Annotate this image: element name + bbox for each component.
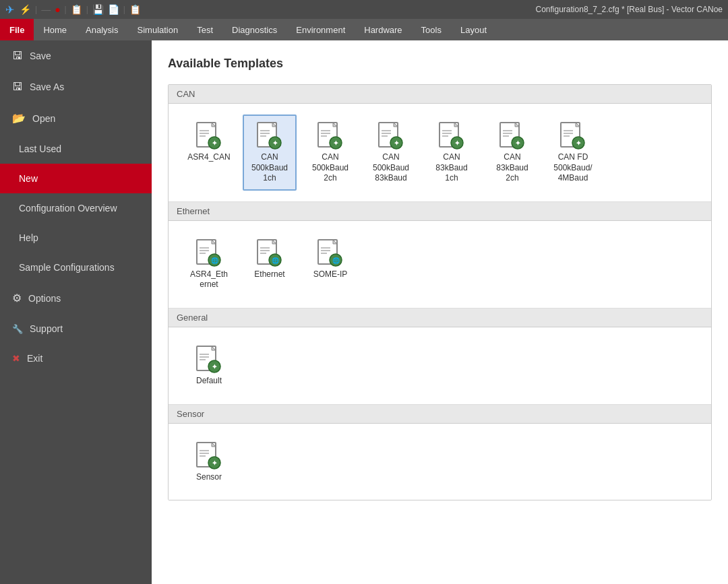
template-icon-sensor: ✦ xyxy=(195,441,222,468)
content-area: Available Templates CAN ✦ xyxy=(152,40,728,584)
sidebar-item-new[interactable]: New xyxy=(0,164,152,193)
svg-text:🌐: 🌐 xyxy=(211,257,219,265)
dash-icon: — xyxy=(41,4,51,15)
section-general-body: ✦ Default xyxy=(169,327,711,405)
flash-icon[interactable]: ⚡ xyxy=(20,4,31,15)
sidebar-label-open: Open xyxy=(32,113,55,124)
template-label-ethernet: Ethernet xyxy=(254,269,284,280)
sidebar-item-help[interactable]: Help xyxy=(0,223,152,253)
svg-text:✦: ✦ xyxy=(515,139,521,147)
template-can-500k-2ch[interactable]: ✦ CAN 500kBaud 2ch xyxy=(303,115,357,191)
sidebar-item-configuration-overview[interactable]: Configuration Overview xyxy=(0,193,152,223)
menu-environment[interactable]: Environment xyxy=(286,19,355,40)
support-icon: 🔧 xyxy=(12,324,23,334)
copy-icon[interactable]: 📋 xyxy=(71,4,82,15)
svg-text:✦: ✦ xyxy=(212,139,218,147)
svg-text:✦: ✦ xyxy=(212,363,218,370)
svg-text:✦: ✦ xyxy=(394,139,400,147)
content-title: Available Templates xyxy=(168,57,712,71)
template-label-can-500k-2ch: CAN 500kBaud 2ch xyxy=(307,152,353,184)
template-icon-can-500k-2ch: ✦ xyxy=(317,121,344,148)
main-layout: 🖫 Save 🖫 Save As 📂 Open Last Used New Co… xyxy=(0,40,728,584)
save-icon[interactable]: 💾 xyxy=(92,4,104,15)
sidebar-item-save[interactable]: 🖫 Save xyxy=(0,40,152,71)
template-some-ip[interactable]: 🌐 SOME-IP xyxy=(303,232,357,297)
clipboard-icon[interactable]: 📋 xyxy=(129,4,141,15)
template-icon-can-500k-83k: ✦ xyxy=(377,121,404,148)
template-label-can-500k-83k: CAN 500kBaud 83kBaud xyxy=(368,152,414,184)
svg-text:✦: ✦ xyxy=(272,139,278,147)
toolbar-icons: ⚡ | — ● | 📋 | 💾 📄 | 📋 xyxy=(20,4,141,15)
menu-layout[interactable]: Layout xyxy=(451,19,496,40)
template-label-some-ip: SOME-IP xyxy=(313,269,348,280)
template-label-asr4-ethernet: ASR4_Eth ernet xyxy=(186,269,232,290)
sidebar-item-options[interactable]: ⚙ Options xyxy=(0,282,152,314)
template-label-can-500k-1ch: CAN 500kBaud 1ch xyxy=(247,152,293,184)
window-title: Configuration8_7_2.cfg * [Real Bus] - Ve… xyxy=(536,5,723,14)
title-bar-left: ✈ ⚡ | — ● | 📋 | 💾 📄 | 📋 xyxy=(5,3,141,16)
template-icon-can-83k-1ch: ✦ xyxy=(438,121,465,148)
section-ethernet-header: Ethernet xyxy=(169,202,711,221)
menu-file[interactable]: File xyxy=(0,19,34,40)
template-icon-default: ✦ xyxy=(195,345,222,372)
templates-container: CAN ✦ ASR4_CAN xyxy=(168,84,712,500)
template-label-can-83k-1ch: CAN 83kBaud 1ch xyxy=(429,152,475,184)
menu-bar: File Home Analysis Simulation Test Diagn… xyxy=(0,19,728,40)
circle-icon[interactable]: ● xyxy=(55,4,60,15)
save2-icon[interactable]: 📄 xyxy=(108,4,119,15)
sidebar-label-save-as: Save As xyxy=(30,82,64,92)
template-icon-can-83k-2ch: ✦ xyxy=(499,121,526,148)
sidebar-item-open[interactable]: 📂 Open xyxy=(0,102,152,134)
template-label-can-83k-2ch: CAN 83kBaud 2ch xyxy=(489,152,535,184)
sidebar-label-new: New xyxy=(19,173,38,184)
sidebar-item-exit[interactable]: ✖ Exit xyxy=(0,344,152,373)
template-can-fd-500k[interactable]: ✦ CAN FD 500kBaud/ 4MBaud xyxy=(546,115,600,191)
template-can-83k-2ch[interactable]: ✦ CAN 83kBaud 2ch xyxy=(485,115,539,191)
svg-text:✦: ✦ xyxy=(333,139,339,147)
sidebar-item-support[interactable]: 🔧 Support xyxy=(0,314,152,344)
save-icon: 🖫 xyxy=(12,50,23,62)
open-icon: 📂 xyxy=(12,112,26,125)
template-can-83k-1ch[interactable]: ✦ CAN 83kBaud 1ch xyxy=(425,115,479,191)
section-general-header: General xyxy=(169,309,711,327)
svg-text:✦: ✦ xyxy=(454,139,460,147)
template-label-default: Default xyxy=(196,376,222,387)
save-as-icon: 🖫 xyxy=(12,81,23,93)
sidebar-label-last-used: Last Used xyxy=(19,143,61,154)
template-sensor[interactable]: ✦ Sensor xyxy=(182,434,236,490)
sidebar-item-save-as[interactable]: 🖫 Save As xyxy=(0,71,152,102)
template-default[interactable]: ✦ Default xyxy=(182,338,236,393)
svg-text:✦: ✦ xyxy=(576,139,582,147)
template-asr4-can[interactable]: ✦ ASR4_CAN xyxy=(182,115,236,191)
exit-icon: ✖ xyxy=(12,353,20,364)
menu-analysis[interactable]: Analysis xyxy=(76,19,127,40)
template-label-asr4-can: ASR4_CAN xyxy=(187,152,230,163)
template-icon-can-500k-1ch: ✦ xyxy=(256,121,283,148)
template-icon-asr4-ethernet: 🌐 xyxy=(195,238,222,265)
menu-simulation[interactable]: Simulation xyxy=(128,19,188,40)
template-can-500k-1ch[interactable]: ✦ CAN 500kBaud 1ch xyxy=(243,115,297,191)
template-icon-ethernet: 🌐 xyxy=(256,238,283,265)
template-ethernet[interactable]: 🌐 Ethernet xyxy=(243,232,297,297)
sidebar-item-last-used[interactable]: Last Used xyxy=(0,134,152,164)
sidebar-label-sample-configurations: Sample Configurations xyxy=(19,262,115,273)
menu-hardware[interactable]: Hardware xyxy=(355,19,411,40)
sidebar-label-configuration-overview: Configuration Overview xyxy=(19,203,117,214)
menu-tools[interactable]: Tools xyxy=(412,19,451,40)
options-icon: ⚙ xyxy=(12,292,22,304)
menu-test[interactable]: Test xyxy=(187,19,222,40)
template-icon-can-fd-500k: ✦ xyxy=(559,121,586,148)
template-asr4-ethernet[interactable]: 🌐 ASR4_Eth ernet xyxy=(182,232,236,297)
sidebar-label-save: Save xyxy=(30,51,51,61)
sidebar-item-sample-configurations[interactable]: Sample Configurations xyxy=(0,253,152,282)
template-can-500k-83k[interactable]: ✦ CAN 500kBaud 83kBaud xyxy=(364,115,418,191)
template-icon-some-ip: 🌐 xyxy=(317,238,344,265)
sidebar-label-help: Help xyxy=(19,232,38,243)
sidebar-label-support: Support xyxy=(30,323,63,334)
svg-text:✦: ✦ xyxy=(212,459,218,467)
section-sensor-header: Sensor xyxy=(169,405,711,424)
section-can-header: CAN xyxy=(169,85,711,104)
section-sensor-body: ✦ Sensor xyxy=(169,424,711,500)
menu-home[interactable]: Home xyxy=(34,19,76,40)
menu-diagnostics[interactable]: Diagnostics xyxy=(222,19,286,40)
